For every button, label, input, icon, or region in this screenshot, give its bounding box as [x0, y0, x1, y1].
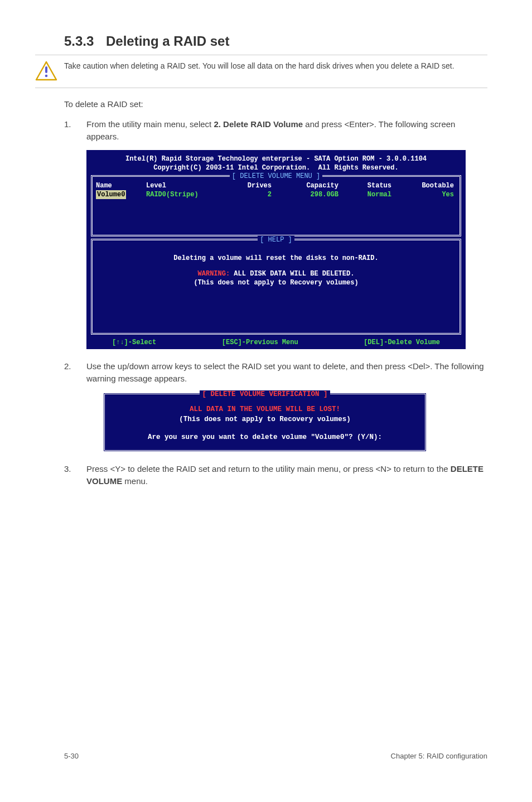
step3-body: Press <Y> to delete the RAID set and ret… — [86, 463, 487, 487]
section-title: Deleting a RAID set — [106, 33, 229, 49]
row-capacity: 298.0GB — [272, 190, 338, 199]
chapter-label: Chapter 5: RAID configuration — [391, 752, 487, 760]
page-number: 5-30 — [64, 752, 79, 760]
dialog-line1: ALL DATA IN THE VOLUME WILL BE LOST! — [109, 404, 420, 414]
row-status: Normal — [338, 190, 391, 199]
row-drives: 2 — [227, 190, 272, 199]
bios-table-header: Name Level Drives Capacity Status Bootab… — [96, 181, 456, 190]
step-2: 2. Use the up/down arrow keys to select … — [64, 360, 487, 385]
col-status: Status — [338, 181, 391, 190]
svg-rect-1 — [45, 66, 47, 73]
section-number: 5.3.3 — [64, 33, 106, 49]
col-level: Level — [146, 181, 227, 190]
bios-screenshot: Intel(R) Rapid Storage Technology enterp… — [86, 150, 466, 349]
step-body: From the utility main menu, select 2. De… — [86, 118, 487, 143]
help-content: Deleting a volume will reset the disks t… — [96, 245, 456, 320]
help-title: [ HELP ] — [93, 235, 460, 244]
help-line1: Deleting a volume will reset the disks t… — [97, 254, 455, 263]
col-name: Name — [96, 181, 146, 190]
delete-menu-title: [ DELETE VOLUME MENU ] — [93, 172, 460, 181]
caution-icon — [35, 61, 57, 83]
step1-prefix: From the utility main menu, select — [86, 119, 214, 129]
bios-table-row: Volume0 RAID0(Stripe) 2 298.0GB Normal Y… — [96, 190, 456, 199]
svg-point-2 — [45, 75, 48, 78]
footer-prev: [ESC]-Previous Menu — [222, 338, 298, 347]
bios-header1: Intel(R) Rapid Storage Technology enterp… — [90, 154, 462, 163]
help-frame: [ HELP ] Deleting a volume will reset th… — [91, 239, 461, 335]
step3-pre: Press <Y> to delete the RAID set and ret… — [86, 464, 451, 474]
footer-select: [↑↓]-Select — [112, 338, 156, 347]
step-3: 3. Press <Y> to delete the RAID set and … — [64, 463, 487, 487]
step2-body: Use the up/down arrow keys to select the… — [86, 360, 487, 385]
dialog-screenshot: [ DELETE VOLUME VERIFICATION ] ALL DATA … — [103, 393, 427, 452]
help-line2: WARNING: ALL DISK DATA WILL BE DELETED. — [97, 269, 455, 278]
intro-text: To delete a RAID set: — [64, 98, 487, 110]
help-line3: (This does not apply to Recovery volumes… — [97, 278, 455, 287]
step-number: 3. — [64, 463, 86, 487]
row-bootable: Yes — [391, 190, 456, 199]
dialog-line2: (This does not apply to Recovery volumes… — [109, 414, 420, 424]
step-number: 2. — [64, 360, 86, 385]
caution-block: Take caution when deleting a RAID set. Y… — [35, 55, 487, 88]
help-line2b: ALL DISK DATA WILL BE DELETED. — [230, 270, 354, 278]
warning-label: WARNING: — [198, 270, 230, 278]
section-heading: 5.3.3Deleting a RAID set — [64, 33, 487, 49]
step3-post: menu. — [122, 476, 148, 486]
row-name: Volume0 — [96, 190, 146, 199]
step-number: 1. — [64, 118, 86, 143]
delete-volume-frame: [ DELETE VOLUME MENU ] Name Level Drives… — [91, 175, 461, 236]
col-drives: Drives — [227, 181, 272, 190]
page-footer: 5-30 Chapter 5: RAID configuration — [0, 752, 532, 777]
col-bootable: Bootable — [391, 181, 456, 190]
dialog-line3: Are you sure you want to delete volume "… — [109, 432, 420, 442]
step-1: 1. From the utility main menu, select 2.… — [64, 118, 487, 143]
bios-footer: [↑↓]-Select [ESC]-Previous Menu [DEL]-De… — [90, 337, 462, 347]
footer-del: [DEL]-Delete Volume — [364, 338, 440, 347]
row-level: RAID0(Stripe) — [146, 190, 227, 199]
dialog-title: [ DELETE VOLUME VERIFICATION ] — [105, 389, 425, 399]
caution-text: Take caution when deleting a RAID set. Y… — [64, 60, 454, 72]
col-capacity: Capacity — [272, 181, 338, 190]
step1-bold: 2. Delete RAID Volume — [214, 119, 303, 129]
